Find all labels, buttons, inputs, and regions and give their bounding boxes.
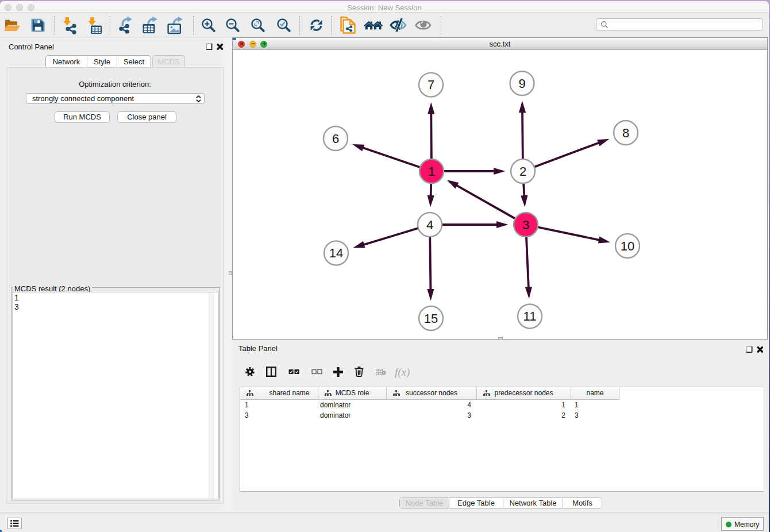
svg-text:8: 8 <box>622 126 629 140</box>
svg-text:7: 7 <box>428 78 434 92</box>
svg-text:9: 9 <box>518 76 525 91</box>
svg-text:3: 3 <box>522 218 529 232</box>
svg-text:6: 6 <box>332 132 339 146</box>
svg-text:15: 15 <box>424 311 438 326</box>
svg-text:2: 2 <box>519 164 526 179</box>
svg-text:11: 11 <box>523 309 537 323</box>
svg-text:10: 10 <box>621 239 634 253</box>
svg-text:1: 1 <box>428 164 435 179</box>
svg-text:14: 14 <box>329 246 343 260</box>
svg-text:4: 4 <box>426 218 433 232</box>
